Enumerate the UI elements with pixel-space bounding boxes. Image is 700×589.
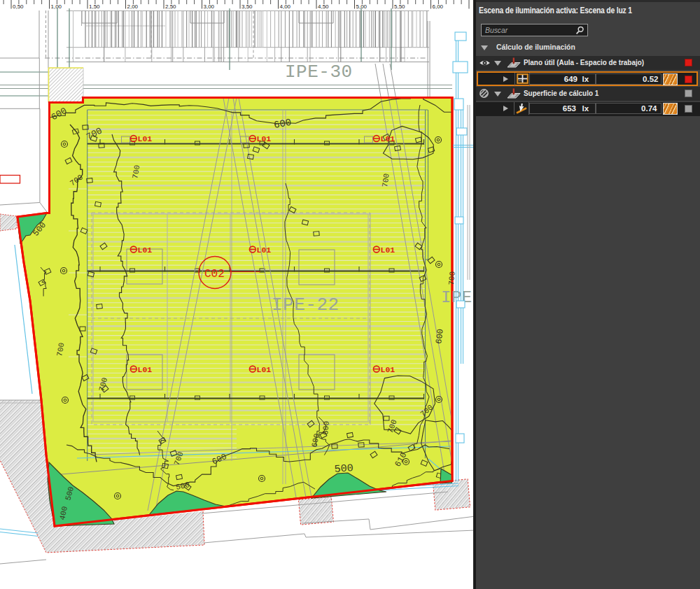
svg-text:1,00: 1,00 [51, 3, 62, 10]
svg-text:4,00: 4,00 [280, 3, 291, 10]
svg-text:700: 700 [447, 271, 457, 285]
svg-text:6,00: 6,00 [433, 3, 444, 10]
svg-text:1,50: 1,50 [89, 3, 100, 10]
svg-text:C02: C02 [204, 268, 225, 281]
svg-text:3,50: 3,50 [241, 3, 253, 10]
svg-text:L01: L01 [381, 365, 396, 374]
svg-text:2,50: 2,50 [165, 3, 176, 10]
svg-text:500: 500 [334, 462, 354, 476]
svg-text:5,50: 5,50 [394, 3, 405, 10]
svg-text:L01: L01 [381, 134, 396, 143]
svg-text:L01: L01 [138, 246, 153, 255]
svg-text:0,50: 0,50 [13, 3, 24, 10]
svg-text:IPE-22: IPE-22 [272, 294, 340, 315]
svg-text:L01: L01 [257, 365, 272, 374]
svg-text:L01: L01 [138, 134, 153, 143]
svg-text:L01: L01 [138, 365, 153, 374]
svg-text:L01: L01 [257, 134, 272, 143]
svg-text:4,50: 4,50 [318, 3, 329, 10]
svg-text:3,00: 3,00 [204, 3, 215, 10]
svg-text:IPE-30: IPE-30 [285, 62, 353, 83]
svg-text:600: 600 [434, 328, 446, 344]
svg-text:L01: L01 [257, 246, 272, 255]
svg-text:600: 600 [321, 420, 331, 435]
svg-text:2,00: 2,00 [127, 3, 139, 10]
svg-text:L01: L01 [381, 246, 396, 255]
